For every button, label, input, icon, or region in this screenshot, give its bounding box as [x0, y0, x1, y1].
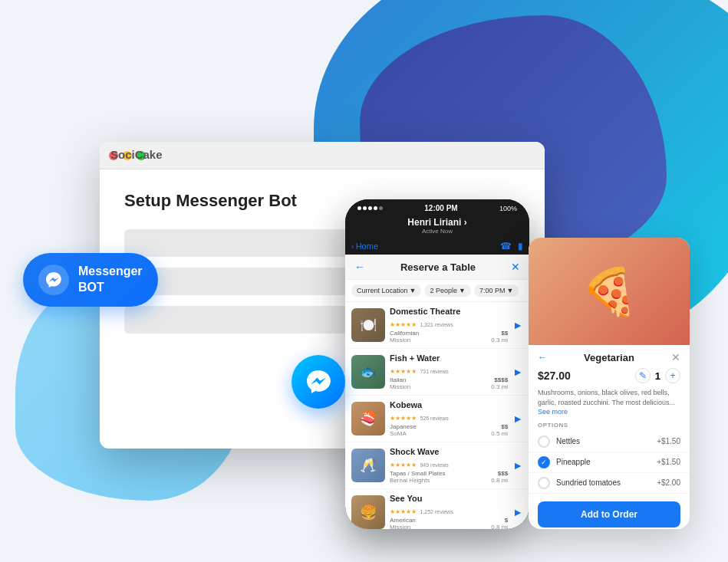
messenger-bot-pill[interactable]: Messenger BOT	[23, 253, 158, 307]
restaurant-arrow-4: ►	[512, 459, 523, 472]
phone-action-icons: ☎ ▮	[500, 241, 523, 251]
restaurant-image-1: 🍽️	[351, 308, 385, 342]
add-to-order-button[interactable]: Add to Order	[538, 501, 680, 527]
see-more-link[interactable]: See more	[538, 408, 568, 416]
restaurant-arrow-3: ►	[512, 412, 523, 425]
food-card: 🍕 ← Vegetarian ✕ $27.00 ✎ 1 + Mushrooms,…	[529, 238, 690, 529]
restaurant-list: 🍽️ Domestic Theatre ★★★★★ 1,321 reviews …	[345, 302, 529, 529]
option-radio-pineapple[interactable]: ✓	[538, 456, 550, 468]
food-title: Vegetarian	[584, 352, 634, 363]
food-image: 🍕	[529, 238, 690, 345]
option-name-sundried: Sundried tomatoes	[556, 478, 621, 487]
modal-close-icon[interactable]: ✕	[511, 261, 520, 273]
option-item-sundried[interactable]: Sundried tomatoes +$2.00	[529, 473, 690, 494]
restaurant-image-4: 🥂	[351, 449, 385, 482]
status-battery: 100%	[499, 205, 517, 212]
quantity-value: 1	[655, 370, 660, 382]
quantity-increase[interactable]: +	[665, 368, 680, 383]
option-name-nettles: Nettles	[556, 437, 580, 445]
browser-titlebar: SociCake	[100, 142, 545, 169]
messenger-bot-icon	[38, 265, 69, 295]
quantity-decrease[interactable]: ✎	[635, 368, 651, 383]
food-price-row: $27.00 ✎ 1 +	[529, 363, 690, 388]
list-item[interactable]: 🍔 See You ★★★★★ 1,252 reviews American $…	[345, 489, 529, 529]
reserve-title: Reserve a Table	[365, 261, 511, 273]
status-time: 12:00 PM	[424, 204, 457, 212]
option-item-nettles[interactable]: Nettles +$1.50	[529, 432, 690, 452]
pizza-visual: 🍕	[529, 238, 690, 345]
option-price-nettles: +$1.50	[657, 437, 680, 445]
option-radio-sundried[interactable]	[538, 477, 550, 489]
quantity-control: ✎ 1 +	[635, 368, 680, 383]
list-item[interactable]: 🥂 Shock Wave ★★★★★ 949 reviews Tapas / S…	[345, 442, 529, 489]
food-back-icon[interactable]: ←	[538, 352, 547, 363]
food-price: $27.00	[538, 370, 571, 382]
filter-people[interactable]: 2 People ▼	[424, 284, 470, 297]
restaurant-info-4: Shock Wave ★★★★★ 949 reviews Tapas / Sma…	[390, 447, 508, 484]
option-price-pineapple: +$1.50	[657, 458, 680, 466]
option-price-sundried: +$2.00	[657, 478, 680, 487]
restaurant-arrow-5: ►	[512, 506, 523, 518]
phone-nav-bar: ‹ Home ☎ ▮	[345, 238, 529, 255]
option-name-pineapple: Pineapple	[556, 458, 590, 466]
restaurant-info-2: Fish + Water ★★★★★ 731 reviews Italian $…	[390, 353, 508, 390]
filter-location[interactable]: Current Location ▼	[351, 284, 421, 297]
back-button[interactable]: ‹ Home	[351, 242, 378, 251]
call-icon[interactable]: ☎	[500, 241, 512, 251]
video-icon[interactable]: ▮	[518, 241, 523, 251]
messenger-bot-label: Messenger BOT	[78, 264, 143, 296]
option-radio-nettles[interactable]	[538, 435, 550, 448]
restaurant-arrow-2: ►	[512, 366, 523, 378]
restaurant-arrow-1: ►	[512, 319, 523, 331]
option-item-pineapple[interactable]: ✓ Pineapple +$1.50	[529, 452, 690, 473]
filter-bar: Current Location ▼ 2 People ▼ 7:00 PM ▼	[345, 280, 529, 302]
list-item[interactable]: 🐟 Fish + Water ★★★★★ 731 reviews Italian…	[345, 349, 529, 396]
phone-mockup: 12:00 PM 100% Henri Liriani › Active Now…	[345, 199, 529, 529]
active-now: Active Now	[345, 228, 529, 235]
messenger-bubble[interactable]	[292, 355, 345, 409]
restaurant-image-5: 🍔	[351, 495, 385, 529]
app-logo: SociCake	[110, 148, 163, 161]
filter-time[interactable]: 7:00 PM ▼	[474, 284, 519, 297]
options-label: OPTIONS	[529, 422, 690, 432]
reserve-modal: ← Reserve a Table ✕ Current Location ▼ 2…	[345, 255, 529, 529]
rest-meta-1: Californian $$	[390, 330, 508, 337]
restaurant-info-5: See You ★★★★★ 1,252 reviews American $ M…	[390, 494, 508, 529]
phone-status-bar: 12:00 PM 100%	[345, 199, 529, 215]
restaurant-image-3: 🍣	[351, 402, 385, 435]
reserve-header: ← Reserve a Table ✕	[345, 255, 529, 280]
food-close-icon[interactable]: ✕	[671, 351, 680, 363]
restaurant-info-1: Domestic Theatre ★★★★★ 1,321 reviews Cal…	[390, 307, 508, 343]
food-card-header: ← Vegetarian ✕	[529, 345, 690, 363]
phone-signal	[357, 206, 383, 210]
restaurant-image-2: 🐟	[351, 355, 385, 389]
list-item[interactable]: 🍣 Kobewa ★★★★★ 526 reviews Japanese $$ S…	[345, 396, 529, 442]
restaurant-info-3: Kobewa ★★★★★ 526 reviews Japanese $$ SoM…	[390, 400, 508, 437]
food-description: Mushrooms, onions, black olives, red bel…	[529, 388, 690, 422]
list-item[interactable]: 🍽️ Domestic Theatre ★★★★★ 1,321 reviews …	[345, 302, 529, 349]
rest-distance-1: Mission 0.3 mi	[390, 337, 508, 343]
phone-contact-name: Henri Liriani › Active Now	[345, 215, 529, 238]
modal-back-icon[interactable]: ←	[354, 261, 365, 273]
